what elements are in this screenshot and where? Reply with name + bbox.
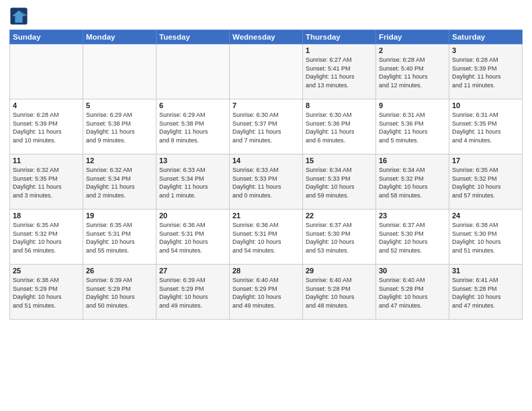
day-number: 30 — [379, 267, 446, 275]
calendar-cell: 24Sunrise: 6:38 AMSunset: 5:30 PMDayligh… — [449, 210, 523, 265]
day-number: 12 — [86, 156, 153, 165]
day-number: 6 — [159, 101, 226, 109]
week-row: 4Sunrise: 6:28 AMSunset: 5:39 PMDaylight… — [10, 99, 523, 154]
calendar-cell: 14Sunrise: 6:33 AMSunset: 5:33 PMDayligh… — [230, 154, 303, 210]
day-number: 18 — [13, 212, 80, 220]
weekday-header-sunday: Sunday — [10, 30, 83, 44]
day-number: 19 — [86, 212, 153, 220]
day-number: 9 — [379, 101, 446, 109]
calendar-header: SundayMondayTuesdayWednesdayThursdayFrid… — [10, 30, 523, 44]
day-info: Sunrise: 6:32 AMSunset: 5:35 PMDaylight:… — [13, 166, 80, 199]
day-number: 11 — [13, 156, 80, 165]
day-number: 31 — [452, 267, 519, 275]
day-info: Sunrise: 6:28 AMSunset: 5:39 PMDaylight:… — [13, 111, 80, 144]
day-number: 29 — [306, 267, 373, 275]
day-info: Sunrise: 6:41 AMSunset: 5:28 PMDaylight:… — [452, 276, 519, 310]
day-number: 20 — [159, 212, 226, 220]
calendar-cell: 19Sunrise: 6:35 AMSunset: 5:31 PMDayligh… — [83, 210, 157, 265]
logo-icon — [9, 7, 28, 26]
day-number: 16 — [379, 156, 446, 165]
calendar-cell — [10, 44, 83, 99]
calendar-cell: 9Sunrise: 6:31 AMSunset: 5:36 PMDaylight… — [376, 99, 449, 154]
calendar-page: SundayMondayTuesdayWednesdayThursdayFrid… — [0, 0, 532, 411]
day-info: Sunrise: 6:34 AMSunset: 5:33 PMDaylight:… — [306, 166, 373, 199]
weekday-header-saturday: Saturday — [449, 30, 523, 44]
calendar-cell: 25Sunrise: 6:38 AMSunset: 5:29 PMDayligh… — [10, 265, 83, 320]
calendar-cell: 23Sunrise: 6:37 AMSunset: 5:30 PMDayligh… — [376, 210, 449, 265]
calendar-cell: 20Sunrise: 6:36 AMSunset: 5:31 PMDayligh… — [157, 210, 230, 265]
week-row: 18Sunrise: 6:35 AMSunset: 5:32 PMDayligh… — [10, 210, 523, 265]
calendar-body: 1Sunrise: 6:27 AMSunset: 5:41 PMDaylight… — [10, 44, 523, 320]
calendar-cell: 4Sunrise: 6:28 AMSunset: 5:39 PMDaylight… — [10, 99, 83, 154]
calendar-cell: 5Sunrise: 6:29 AMSunset: 5:38 PMDaylight… — [83, 99, 157, 154]
day-info: Sunrise: 6:37 AMSunset: 5:30 PMDaylight:… — [379, 221, 446, 255]
day-number: 8 — [306, 101, 373, 109]
day-info: Sunrise: 6:40 AMSunset: 5:28 PMDaylight:… — [379, 276, 446, 310]
calendar-cell: 13Sunrise: 6:33 AMSunset: 5:34 PMDayligh… — [157, 154, 230, 210]
calendar-cell: 30Sunrise: 6:40 AMSunset: 5:28 PMDayligh… — [376, 265, 449, 320]
calendar-table: SundayMondayTuesdayWednesdayThursdayFrid… — [9, 30, 523, 320]
calendar-cell: 28Sunrise: 6:40 AMSunset: 5:29 PMDayligh… — [230, 265, 303, 320]
day-info: Sunrise: 6:36 AMSunset: 5:31 PMDaylight:… — [159, 221, 226, 255]
calendar-cell: 7Sunrise: 6:30 AMSunset: 5:37 PMDaylight… — [230, 99, 303, 154]
day-number: 17 — [452, 156, 519, 165]
calendar-cell: 8Sunrise: 6:30 AMSunset: 5:36 PMDaylight… — [303, 99, 376, 154]
weekday-header-wednesday: Wednesday — [230, 30, 303, 44]
calendar-cell: 2Sunrise: 6:28 AMSunset: 5:40 PMDaylight… — [376, 44, 449, 99]
calendar-cell: 18Sunrise: 6:35 AMSunset: 5:32 PMDayligh… — [10, 210, 83, 265]
day-info: Sunrise: 6:28 AMSunset: 5:39 PMDaylight:… — [452, 56, 519, 89]
day-number: 26 — [86, 267, 153, 275]
calendar-cell: 27Sunrise: 6:39 AMSunset: 5:29 PMDayligh… — [157, 265, 230, 320]
day-info: Sunrise: 6:40 AMSunset: 5:28 PMDaylight:… — [306, 276, 373, 310]
day-number: 27 — [159, 267, 226, 275]
day-info: Sunrise: 6:31 AMSunset: 5:35 PMDaylight:… — [452, 111, 519, 144]
day-number: 21 — [232, 212, 300, 220]
day-info: Sunrise: 6:40 AMSunset: 5:29 PMDaylight:… — [232, 276, 300, 310]
week-row: 1Sunrise: 6:27 AMSunset: 5:41 PMDaylight… — [10, 44, 523, 99]
day-number: 10 — [452, 101, 519, 109]
header — [9, 7, 523, 26]
calendar-cell: 6Sunrise: 6:29 AMSunset: 5:38 PMDaylight… — [157, 99, 230, 154]
day-info: Sunrise: 6:32 AMSunset: 5:34 PMDaylight:… — [86, 166, 153, 199]
calendar-cell — [157, 44, 230, 99]
calendar-cell: 3Sunrise: 6:28 AMSunset: 5:39 PMDaylight… — [449, 44, 523, 99]
day-info: Sunrise: 6:36 AMSunset: 5:31 PMDaylight:… — [232, 221, 300, 255]
day-info: Sunrise: 6:38 AMSunset: 5:30 PMDaylight:… — [452, 221, 519, 255]
day-info: Sunrise: 6:29 AMSunset: 5:38 PMDaylight:… — [86, 111, 153, 144]
calendar-cell — [230, 44, 303, 99]
day-number: 5 — [86, 101, 153, 109]
day-number: 28 — [232, 267, 300, 275]
day-number: 23 — [379, 212, 446, 220]
day-info: Sunrise: 6:31 AMSunset: 5:36 PMDaylight:… — [379, 111, 446, 144]
calendar-cell: 26Sunrise: 6:39 AMSunset: 5:29 PMDayligh… — [83, 265, 157, 320]
weekday-row: SundayMondayTuesdayWednesdayThursdayFrid… — [10, 30, 523, 44]
day-info: Sunrise: 6:33 AMSunset: 5:34 PMDaylight:… — [159, 166, 226, 199]
weekday-header-tuesday: Tuesday — [157, 30, 230, 44]
day-number: 7 — [232, 101, 300, 109]
day-info: Sunrise: 6:34 AMSunset: 5:32 PMDaylight:… — [379, 166, 446, 199]
calendar-cell: 10Sunrise: 6:31 AMSunset: 5:35 PMDayligh… — [449, 99, 523, 154]
calendar-cell: 21Sunrise: 6:36 AMSunset: 5:31 PMDayligh… — [230, 210, 303, 265]
day-info: Sunrise: 6:30 AMSunset: 5:36 PMDaylight:… — [306, 111, 373, 144]
day-number: 2 — [379, 46, 446, 54]
calendar-cell: 31Sunrise: 6:41 AMSunset: 5:28 PMDayligh… — [449, 265, 523, 320]
day-info: Sunrise: 6:39 AMSunset: 5:29 PMDaylight:… — [159, 276, 226, 310]
day-info: Sunrise: 6:27 AMSunset: 5:41 PMDaylight:… — [306, 56, 373, 89]
calendar-cell: 11Sunrise: 6:32 AMSunset: 5:35 PMDayligh… — [10, 154, 83, 210]
calendar-cell: 29Sunrise: 6:40 AMSunset: 5:28 PMDayligh… — [303, 265, 376, 320]
day-info: Sunrise: 6:37 AMSunset: 5:30 PMDaylight:… — [306, 221, 373, 255]
day-info: Sunrise: 6:30 AMSunset: 5:37 PMDaylight:… — [232, 111, 300, 144]
day-number: 3 — [452, 46, 519, 54]
day-info: Sunrise: 6:35 AMSunset: 5:32 PMDaylight:… — [452, 166, 519, 199]
weekday-header-monday: Monday — [83, 30, 157, 44]
day-info: Sunrise: 6:39 AMSunset: 5:29 PMDaylight:… — [86, 276, 153, 310]
weekday-header-friday: Friday — [376, 30, 449, 44]
logo — [9, 7, 31, 26]
calendar-cell: 12Sunrise: 6:32 AMSunset: 5:34 PMDayligh… — [83, 154, 157, 210]
day-info: Sunrise: 6:35 AMSunset: 5:32 PMDaylight:… — [13, 221, 80, 255]
calendar-cell: 22Sunrise: 6:37 AMSunset: 5:30 PMDayligh… — [303, 210, 376, 265]
day-info: Sunrise: 6:38 AMSunset: 5:29 PMDaylight:… — [13, 276, 80, 310]
day-info: Sunrise: 6:28 AMSunset: 5:40 PMDaylight:… — [379, 56, 446, 89]
day-number: 25 — [13, 267, 80, 275]
calendar-cell: 1Sunrise: 6:27 AMSunset: 5:41 PMDaylight… — [303, 44, 376, 99]
